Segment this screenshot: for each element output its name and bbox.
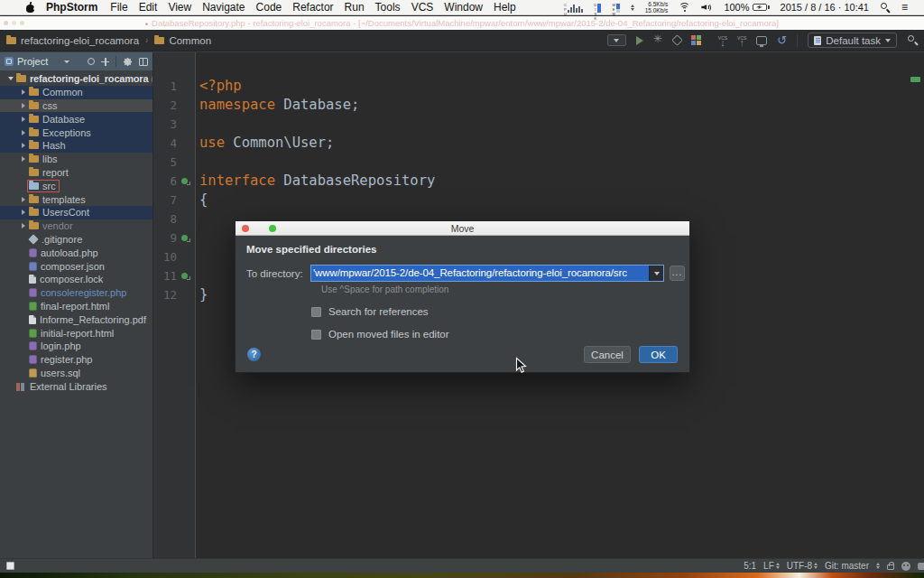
undo-icon[interactable]: ↺ — [777, 35, 787, 45]
tree-item-common[interactable]: Common — [0, 86, 152, 99]
run-with-coverage-icon[interactable] — [691, 35, 701, 45]
combobox-dropdown-icon[interactable] — [649, 266, 663, 281]
breadcrumb-item[interactable]: refactoring-eloi_rocamora — [6, 35, 139, 46]
volume-icon[interactable] — [701, 3, 713, 12]
tree-item-css[interactable]: css — [0, 99, 152, 113]
tree-item-templates[interactable]: templates — [0, 192, 152, 206]
tree-item-composer-lock[interactable]: composer.lock — [0, 273, 152, 286]
tree-item-libs[interactable]: libs — [0, 153, 152, 166]
implemented-marker-icon[interactable] — [181, 273, 188, 279]
network-speed[interactable]: 6.5Kb/s 15.0Kb/s — [645, 1, 669, 14]
menu-code[interactable]: Code — [251, 1, 288, 14]
changes-icon[interactable] — [756, 36, 767, 45]
search-references-row[interactable]: Search for references — [311, 306, 689, 317]
dialog-close-icon[interactable] — [242, 225, 249, 232]
chevron-right-icon[interactable] — [18, 103, 29, 108]
vcs-commit-icon[interactable]: VCS↑ — [737, 36, 746, 45]
search-references-checkbox[interactable] — [311, 307, 321, 317]
sort-icon[interactable] — [876, 563, 880, 570]
tree-item-src[interactable]: src — [0, 179, 152, 192]
project-panel-header[interactable]: Project — [0, 52, 152, 70]
settings-gear-icon[interactable] — [123, 57, 133, 67]
tree-item-userscont[interactable]: UsersCont — [0, 206, 152, 219]
chevron-down-icon[interactable] — [5, 77, 16, 80]
tree-item-composer-json[interactable]: composer.json — [0, 259, 152, 273]
cancel-button[interactable]: Cancel — [584, 346, 631, 363]
collapse-all-icon[interactable] — [101, 58, 109, 66]
chevron-right-icon[interactable] — [18, 223, 29, 228]
tree-item-database[interactable]: Database — [0, 112, 152, 126]
to-directory-combobox[interactable]: 'www/mpwar/2015-2/de-04_Refactoring/refa… — [310, 265, 664, 282]
event-log-icon[interactable] — [918, 563, 924, 570]
notification-center-icon[interactable]: ≡ — [901, 1, 907, 14]
tree-item-vendor[interactable]: vendor — [0, 219, 152, 233]
tree-item-hash[interactable]: Hash — [0, 139, 152, 153]
chevron-right-icon[interactable] — [18, 143, 29, 148]
wifi-icon[interactable] — [679, 3, 690, 12]
encoding-widget[interactable]: UTF-8 — [787, 561, 818, 571]
chevron-right-icon[interactable] — [18, 197, 29, 202]
chevron-right-icon[interactable] — [18, 117, 29, 122]
task-combo[interactable]: Default task — [808, 33, 897, 48]
cpu-meter-icon[interactable]: CPU — [563, 3, 582, 13]
ok-button[interactable]: OK — [639, 346, 678, 363]
implemented-marker-icon[interactable] — [181, 178, 188, 184]
implemented-marker-icon[interactable] — [181, 235, 188, 241]
window-traffic-lights[interactable] — [4, 21, 24, 25]
lock-icon[interactable] — [887, 564, 894, 570]
chevron-right-icon[interactable] — [18, 210, 29, 215]
spotlight-search-icon[interactable] — [880, 2, 891, 13]
chevron-down-icon[interactable] — [64, 61, 69, 63]
tree-item-external-libraries[interactable]: External Libraries — [0, 379, 152, 393]
debug-icon[interactable] — [653, 35, 663, 45]
refresh-icon[interactable] — [88, 58, 95, 65]
open-moved-row[interactable]: Open moved files in editor — [311, 329, 689, 340]
tree-item-consoleregister-php[interactable]: consoleregister.php — [0, 286, 152, 300]
inspection-status-icon[interactable] — [910, 77, 920, 82]
open-moved-checkbox[interactable] — [311, 330, 321, 340]
menu-phpstorm[interactable]: PhpStorm — [35, 1, 105, 14]
menu-navigate[interactable]: Navigate — [197, 1, 250, 14]
run-icon[interactable] — [636, 36, 643, 45]
tree-item-informe-refactoring-pdf[interactable]: Informe_Refactoring.pdf — [0, 312, 152, 326]
menu-window[interactable]: Window — [439, 1, 488, 14]
tree-item-exceptions[interactable]: Exceptions — [0, 126, 152, 139]
menu-refactor[interactable]: Refactor — [287, 1, 338, 14]
coverage-icon[interactable] — [671, 34, 683, 46]
menu-view[interactable]: View — [162, 1, 197, 14]
dialog-zoom-icon[interactable] — [269, 225, 276, 232]
chevron-right-icon[interactable] — [18, 130, 29, 135]
menu-tools[interactable]: Tools — [370, 1, 406, 14]
browse-button[interactable]: ... — [670, 266, 685, 281]
menu-edit[interactable]: Edit — [134, 1, 163, 14]
tree-item-initial-report-html[interactable]: initial-report.html — [0, 326, 152, 340]
menu-vcs[interactable]: VCS — [406, 1, 439, 14]
tree-item-report[interactable]: report — [0, 166, 152, 180]
tree-item-login-php[interactable]: login.php — [0, 340, 152, 353]
to-directory-value[interactable]: 'www/mpwar/2015-2/de-04_Refactoring/refa… — [311, 266, 649, 281]
menu-file[interactable]: File — [105, 1, 133, 14]
caret-position-label[interactable]: 5:1 — [744, 561, 756, 571]
battery-indicator[interactable]: 100% — [724, 2, 769, 13]
tree-item-autoload-php[interactable]: autoload.php — [0, 246, 152, 259]
apple-icon[interactable] — [25, 2, 35, 13]
hide-panel-icon[interactable] — [139, 58, 148, 66]
search-everywhere-icon[interactable] — [907, 34, 919, 46]
chevron-right-icon[interactable] — [18, 89, 29, 95]
menu-help[interactable]: Help — [488, 1, 522, 14]
menubar-clock[interactable]: 2015 / 8 / 16 · 10:41 — [781, 2, 869, 13]
vcs-update-icon[interactable]: VCS↓ — [718, 36, 727, 45]
mem-meter-icon[interactable]: MEM — [612, 3, 619, 13]
tree-item--gitignore[interactable]: .gitignore — [0, 233, 152, 247]
tree-item-register-php[interactable]: register.php — [0, 353, 152, 367]
help-button[interactable]: ? — [247, 348, 261, 361]
line-separator-widget[interactable]: LF — [763, 561, 780, 571]
breadcrumb-item[interactable]: Common — [154, 35, 211, 46]
toolwindow-toggle-icon[interactable] — [6, 562, 14, 570]
chevron-right-icon[interactable] — [18, 156, 29, 162]
tree-item-users-sql[interactable]: users.sql — [0, 367, 152, 380]
hector-inspector-icon[interactable] — [901, 562, 910, 571]
run-config-dropdown[interactable] — [607, 34, 626, 46]
tree-item-final-report-html[interactable]: final-report.html — [0, 300, 152, 313]
disk-meter-icon[interactable]: DISK — [594, 3, 601, 13]
